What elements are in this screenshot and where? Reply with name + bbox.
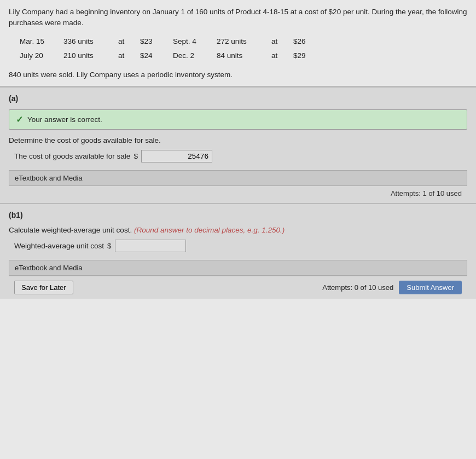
part-b1-etextbook[interactable]: eTextbook and Media	[9, 260, 467, 276]
purchase-units-1: 336 units	[61, 36, 116, 48]
sold-text: 840 units were sold. Lily Company uses a…	[9, 69, 467, 80]
purchase-price-2: $26	[291, 36, 324, 48]
purchase-date-1: Mar. 15	[18, 36, 61, 48]
part-a-label: (a)	[9, 93, 467, 104]
purchase-units-4: 84 units	[214, 50, 269, 62]
save-for-later-button[interactable]: Save for Later	[14, 281, 73, 294]
purchase-at-3: at	[116, 50, 138, 62]
part-b1-dollar-sign: $	[107, 242, 112, 250]
part-a-dollar-sign: $	[133, 152, 138, 160]
attempts-submit-row: Attempts: 0 of 10 used Submit Answer	[322, 281, 462, 294]
correct-answer-banner: ✓ Your answer is correct.	[9, 109, 467, 130]
part-b1-input-label: Weighted-average unit cost	[14, 242, 104, 250]
purchase-price-4: $29	[291, 50, 324, 62]
submit-answer-button[interactable]: Submit Answer	[399, 281, 462, 294]
purchase-at-2: at	[269, 36, 291, 48]
part-a-input-row: The cost of goods available for sale $	[14, 150, 467, 162]
weighted-average-input[interactable]	[115, 240, 186, 252]
purchase-date-3: July 20	[18, 50, 61, 62]
purchase-at-1: at	[116, 36, 138, 48]
part-b1-question: Calculate weighted-average unit cost. (R…	[9, 226, 467, 234]
part-b1-attempts: Attempts: 0 of 10 used	[322, 283, 393, 292]
part-b1-round-note: (Round answer to decimal places, e.g. 1.…	[134, 226, 285, 234]
purchase-table: Mar. 15 336 units at $23 Sept. 4 272 uni…	[18, 36, 467, 62]
purchase-date-4: Dec. 2	[171, 50, 214, 62]
purchase-at-4: at	[269, 50, 291, 62]
problem-intro: Lily Company had a beginning inventory o…	[9, 7, 467, 29]
part-b1-label: (b1)	[9, 210, 467, 220]
problem-text-section: Lily Company had a beginning inventory o…	[0, 0, 476, 86]
part-b1-question-text: Calculate weighted-average unit cost.	[9, 226, 132, 234]
part-b1-input-row: Weighted-average unit cost $	[14, 240, 467, 252]
page-wrapper: Lily Company had a beginning inventory o…	[0, 0, 476, 459]
part-a-answer-input[interactable]	[141, 150, 212, 162]
purchase-price-3: $24	[138, 50, 171, 62]
purchase-date-2: Sept. 4	[171, 36, 214, 48]
purchase-units-2: 272 units	[214, 36, 269, 48]
part-b1-section: (b1) Calculate weighted-average unit cos…	[0, 203, 476, 299]
purchase-price-1: $23	[138, 36, 171, 48]
part-a-input-label: The cost of goods available for sale	[14, 152, 130, 160]
purchase-units-3: 210 units	[61, 50, 116, 62]
part-a-section: (a) ✓ Your answer is correct. Determine …	[0, 86, 476, 203]
part-a-attempts: Attempts: 1 of 10 used	[9, 186, 467, 203]
part-a-question: Determine the cost of goods available fo…	[9, 136, 467, 144]
checkmark-icon: ✓	[16, 114, 23, 125]
bottom-bar: Save for Later Attempts: 0 of 10 used Su…	[9, 276, 467, 299]
part-a-etextbook[interactable]: eTextbook and Media	[9, 170, 467, 186]
correct-message: Your answer is correct.	[27, 115, 102, 124]
